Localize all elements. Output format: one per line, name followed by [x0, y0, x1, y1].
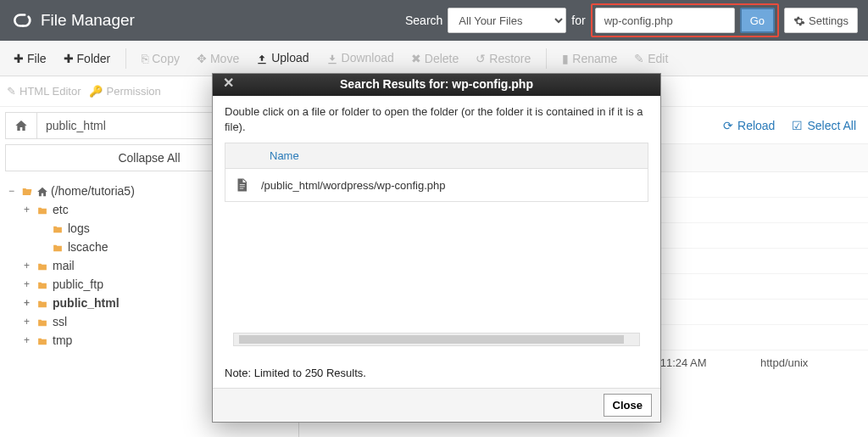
delete-button[interactable]: ✖Delete: [404, 48, 465, 69]
home-icon: [36, 184, 48, 198]
header-right: Search All Your Files for Go Settings: [405, 3, 858, 37]
download-button[interactable]: Download: [320, 48, 401, 68]
tree-item-label: tmp: [53, 333, 72, 347]
main-toolbar: ✚File ✚Folder ⎘Copy ✥Move Upload Downloa…: [0, 41, 868, 76]
tree-item-label: etc: [53, 203, 69, 216]
home-button[interactable]: [6, 113, 37, 138]
for-label: for: [571, 14, 585, 27]
name-column-header[interactable]: Name: [270, 149, 299, 162]
tree-item-label: ssl: [53, 315, 67, 328]
rename-button[interactable]: ▮Rename: [555, 48, 624, 69]
tree-item-label: lscache: [68, 240, 108, 254]
svg-rect-2: [240, 188, 244, 189]
new-file-button[interactable]: ✚File: [7, 48, 53, 69]
delete-icon: ✖: [411, 52, 421, 65]
result-path: /public_html/wordpress/wp-config.php: [261, 179, 446, 192]
folder-icon: [51, 221, 64, 235]
gear-icon: [793, 14, 805, 27]
pencil-icon: ✎: [634, 52, 644, 65]
expand-icon[interactable]: +: [24, 204, 36, 216]
expand-icon[interactable]: +: [24, 297, 36, 309]
upload-icon: [256, 51, 268, 64]
modal-title-term: wp-config.php: [452, 77, 533, 91]
app-title: File Manager: [41, 11, 135, 30]
scrollbar-thumb[interactable]: [239, 335, 624, 344]
go-button[interactable]: Go: [740, 8, 775, 33]
modal-close-x[interactable]: ✕: [223, 75, 234, 91]
plus-icon: ✚: [14, 52, 24, 65]
search-scope-select[interactable]: All Your Files: [448, 8, 566, 33]
tree-item-label: public_ftp: [53, 277, 103, 291]
folder-open-icon: [20, 184, 34, 198]
select-all-button[interactable]: ☑Select All: [792, 119, 856, 132]
upload-button[interactable]: Upload: [249, 48, 315, 68]
file-icon: [234, 176, 251, 194]
folder-icon: [51, 240, 64, 254]
modal-body: Double click on a file or folder to open…: [213, 96, 660, 361]
tree-item-label: public_html: [53, 296, 120, 310]
plus-icon: ✚: [64, 52, 74, 65]
folder-icon: [36, 277, 49, 291]
svg-rect-1: [240, 187, 245, 188]
expand-icon[interactable]: +: [24, 278, 36, 290]
expand-icon[interactable]: +: [24, 334, 36, 346]
edit-button[interactable]: ✎Edit: [627, 48, 675, 69]
tree-root-label: (/home/tutoria5): [51, 184, 135, 198]
settings-button[interactable]: Settings: [784, 8, 858, 33]
edit-icon: ✎: [7, 85, 16, 98]
modal-title-prefix: Search Results for:: [340, 77, 452, 91]
result-note: Note: Limited to 250 Results.: [213, 361, 660, 388]
collapse-icon[interactable]: −: [8, 185, 20, 197]
folder-icon: [36, 203, 49, 216]
move-icon: ✥: [197, 52, 207, 65]
download-icon: [326, 51, 338, 64]
svg-rect-0: [240, 184, 245, 185]
folder-icon: [36, 333, 49, 347]
cpanel-logo-icon: [10, 8, 34, 32]
tree-item-label: mail: [53, 259, 75, 272]
modal-footer: Close: [213, 388, 660, 422]
modal-header[interactable]: ✕ Search Results for: wp-config.php: [213, 74, 660, 96]
horizontal-scrollbar[interactable]: [233, 333, 640, 346]
file-type: httpd/unix: [760, 356, 856, 370]
search-label: Search: [405, 14, 442, 27]
divider: [546, 48, 547, 69]
permissions-button[interactable]: 🔑Permission: [89, 85, 160, 98]
restore-icon: ↺: [476, 52, 486, 65]
move-button[interactable]: ✥Move: [190, 48, 246, 69]
check-icon: ☑: [792, 119, 803, 132]
copy-button[interactable]: ⎘Copy: [135, 48, 186, 69]
search-highlight: Go: [591, 3, 779, 37]
key-icon: 🔑: [89, 85, 103, 98]
html-editor-button[interactable]: ✎HTML Editor: [7, 85, 81, 98]
modal-instruction: Double click on a file or folder to open…: [225, 104, 648, 134]
rename-icon: ▮: [562, 52, 569, 65]
folder-icon: [36, 296, 49, 310]
tree-item-label: logs: [68, 221, 90, 235]
folder-icon: [36, 315, 49, 328]
search-results-modal: ✕ Search Results for: wp-config.php Doub…: [212, 73, 661, 423]
copy-icon: ⎘: [142, 52, 148, 65]
search-input[interactable]: [595, 8, 735, 33]
folder-icon: [36, 259, 49, 272]
app-header: File Manager Search All Your Files for G…: [0, 0, 868, 41]
result-header: Name: [225, 143, 648, 169]
search-result-row[interactable]: /public_html/wordpress/wp-config.php: [225, 169, 648, 202]
restore-button[interactable]: ↺Restore: [469, 48, 537, 69]
close-button[interactable]: Close: [604, 394, 652, 417]
reload-icon: ⟳: [723, 119, 733, 132]
result-spacer: [225, 202, 648, 329]
expand-icon[interactable]: +: [24, 260, 36, 272]
expand-icon[interactable]: +: [24, 316, 36, 328]
new-folder-button[interactable]: ✚Folder: [57, 48, 118, 69]
settings-label: Settings: [809, 14, 849, 27]
reload-button[interactable]: ⟳Reload: [723, 119, 775, 132]
divider: [125, 48, 126, 69]
